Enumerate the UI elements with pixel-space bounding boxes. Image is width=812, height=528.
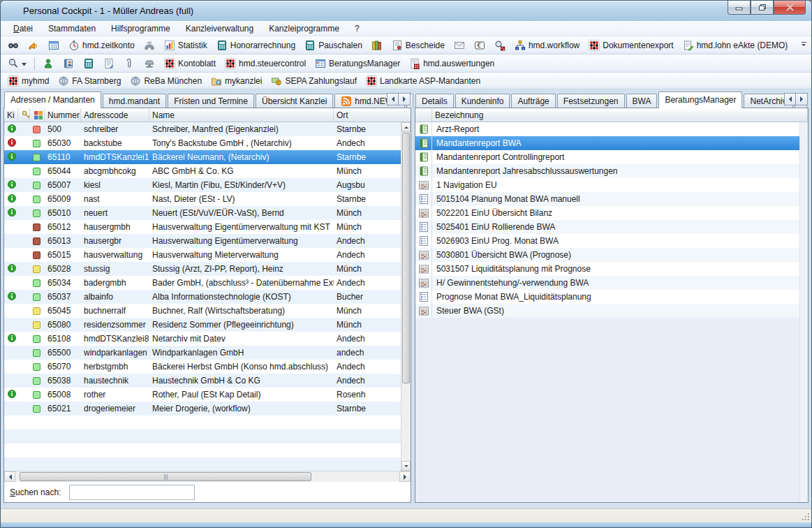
calendar-button[interactable] [44,38,64,53]
document-edit-button[interactable] [99,56,119,71]
landkarte-asp-mandanten-button[interactable]: Landkarte ASP-Mandanten [362,73,485,89]
menu-kanzleiprogramme[interactable]: Kanzleiprogramme [262,22,346,36]
h-scrollbar[interactable] [4,471,411,482]
reba-muenchen-button[interactable]: ReBa München [126,73,206,89]
hmd-auswertungen-button[interactable]: hmd.auswertungen [405,56,499,71]
myhmd-button[interactable]: myhmd [3,73,53,89]
dokumentenexport-button[interactable]: Dokumentenexport [584,38,677,53]
list-item[interactable]: 5026903 EinU Prog. Monat BWA [415,234,808,248]
tab-bwa[interactable]: BWA [626,94,658,108]
column-header-ki[interactable]: Ki [4,108,18,122]
h-scroll-thumb[interactable] [20,472,311,481]
table-row[interactable]: 65008rotherRother, Paul (ESt Kap Detail)… [4,388,411,402]
menu-item[interactable]: ? [348,22,367,36]
list-item[interactable]: Mandantenreport Jahresabschlussauswertun… [415,164,808,178]
hmd-workflow-button[interactable]: hmd.workflow [510,38,584,53]
phone-button[interactable] [140,38,159,53]
list-item[interactable]: Prognose Monat BWA_Liquiditätsplanung [415,290,808,304]
table-row[interactable]: 65070herbstgmbhBäckerei Herbst GmbH (Kon… [4,360,411,374]
restore-button[interactable] [751,1,774,15]
scroll-right-button[interactable] [399,471,411,482]
menu-stammdaten[interactable]: Stammdaten [41,22,103,36]
minimize-button[interactable] [728,1,751,15]
sepa-zahlungslauf-button[interactable]: €SEPA Zahlungslauf [267,73,361,89]
table-row[interactable]: 65015hausverwaltungHausverwaltung Mieter… [4,248,411,262]
bescheide-button[interactable]: Bescheide [387,38,449,53]
table-row[interactable]: 65500windparkanlagenWindparkanlagen GmbH… [4,346,411,360]
projector-button[interactable] [140,56,159,71]
tab-scroll-left-button[interactable] [784,93,796,105]
beratungsmanager-button[interactable]: BeratungsManager [311,56,404,71]
column-header-adresscode[interactable]: Adresscode [81,108,149,122]
table-row[interactable]: 65110hmdDTSKanzlei10Bäckerei Neumann, (N… [4,150,411,164]
table-row[interactable]: 65013hausergbrHausverwaltung Eigentümerv… [4,234,411,248]
table-row[interactable]: 65007kieslKiesl, Martin (Fibu, ESt/Kinde… [4,178,411,192]
menu-hilfsprogramme[interactable]: Hilfsprogramme [104,22,177,36]
kontoblatt-button[interactable]: Kontoblatt [160,56,220,71]
column-header-status[interactable] [30,108,45,122]
list-item[interactable]: 5031507 Liquiditätsplanung mit Prognose [415,262,808,276]
tab-scroll-right-button[interactable] [796,93,808,105]
table-row[interactable]: 65038haustechnikHaustechnik GmbH & Co KG… [4,374,411,388]
menu-datei[interactable]: Datei [6,22,40,36]
calculator-button[interactable] [79,56,98,71]
scroll-left-button[interactable] [4,471,15,482]
tab-beratungsmanager[interactable]: BeratungsManager [658,91,742,108]
reports-v-scrollbar[interactable] [799,122,808,502]
table-row[interactable]: 65044abcgmbhcokgABC GmbH & Co. KGMünch [4,164,411,178]
table-row[interactable]: 65012hausergmbhHausverwaltung Eigentümer… [4,220,411,234]
tab-aufträge[interactable]: Aufträge [511,94,555,108]
table-row[interactable]: 65080residenzsommerResidenz Sommer (Pfle… [4,318,411,332]
search-input[interactable] [69,485,195,500]
tab-übersicht-kanzlei[interactable]: Übersicht Kanzlei [256,94,333,108]
hmd-lohn-eakte-button[interactable]: hmd.lohn eAkte (DEMO) [679,38,792,53]
close-button[interactable] [774,1,806,15]
column-header-ort[interactable]: Ort [334,108,411,122]
column-header-nummer[interactable]: Nummer [45,108,81,122]
v-scroll-thumb[interactable] [402,133,410,383]
scroll-down-button[interactable] [401,461,411,471]
tab-festsetzungen[interactable]: Festsetzungen [557,94,625,108]
list-item[interactable]: 5030801 Übersicht BWA (Prognose) [415,248,808,262]
honorarrechnung-button[interactable]: Honorarrechnung [212,38,300,53]
table-row[interactable]: 65028stussigStussig (Arzt, ZI-PP, Report… [4,262,411,276]
list-item[interactable]: 5022201 EinU Übersicht Bilanz [415,206,808,220]
table-row[interactable]: 65030backstubeTony's Backstube GmbH , (N… [4,136,411,150]
h-scroll-track[interactable] [15,471,399,482]
binoculars-button[interactable] [3,38,23,53]
search-dropdown-button[interactable] [3,56,31,71]
search-special-button[interactable] [490,38,510,53]
resize-grip[interactable] [802,513,809,520]
hmd-zeitkonto-button[interactable]: hmd.zeitkonto [64,38,139,53]
person-button[interactable] [38,56,58,71]
column-header-name[interactable]: Name [149,108,334,122]
tab-scroll-right-button[interactable] [399,93,411,105]
list-item[interactable]: 1 Navigation EU [415,178,808,192]
bell-button[interactable] [24,38,43,53]
paperclip-button[interactable] [119,56,139,71]
list-item[interactable]: Arzt-Report [415,122,808,136]
toolbar-overflow-button[interactable] [799,41,809,50]
list-item[interactable]: 5025401 EinU Rollierende BWA [415,220,808,234]
mykanzlei-button[interactable]: mykanzlei [207,73,266,89]
menu-kanzleiverwaltung[interactable]: Kanzleiverwaltung [179,22,260,36]
v-scrollbar[interactable] [401,122,411,471]
table-row[interactable]: 65037albainfoAlba Informationstechnologi… [4,290,411,304]
table-row[interactable]: 65009nastNast, Dieter (ESt - LV)Starnbe [4,192,411,206]
mail-button[interactable] [450,38,469,53]
list-item[interactable]: Steuer BWA (GSt) [415,304,808,318]
column-header-key[interactable] [18,108,30,122]
table-row[interactable]: 500schreiberSchreiber, Manfred (Eigenkan… [4,122,411,136]
tab-details[interactable]: Details [415,94,454,108]
pauschalen-button[interactable]: Pauschalen [300,38,367,53]
table-row[interactable]: 65108hmdDTSKanzlei8Netarchiv mit DatevAn… [4,332,411,346]
tab-fristen-und-termine[interactable]: Fristen und Termine [168,94,254,108]
addressbook-button[interactable] [59,56,78,71]
list-item[interactable]: H/ Gewinnentstehung/-verwendung BWA [415,276,808,290]
statistik-button[interactable]: Statistik [160,38,212,53]
tab-adressen-mandanten[interactable]: Adressen / Mandanten [4,91,101,108]
fa-starnberg-button[interactable]: FA Starnberg [54,73,125,89]
table-row[interactable]: 65021drogeriemeierMeier Drogerie, (workf… [4,402,411,416]
tab-hmd-mandant[interactable]: hmd.mandant [103,94,166,108]
list-item[interactable]: 5015104 Planung Monat BWA manuell [415,192,808,206]
